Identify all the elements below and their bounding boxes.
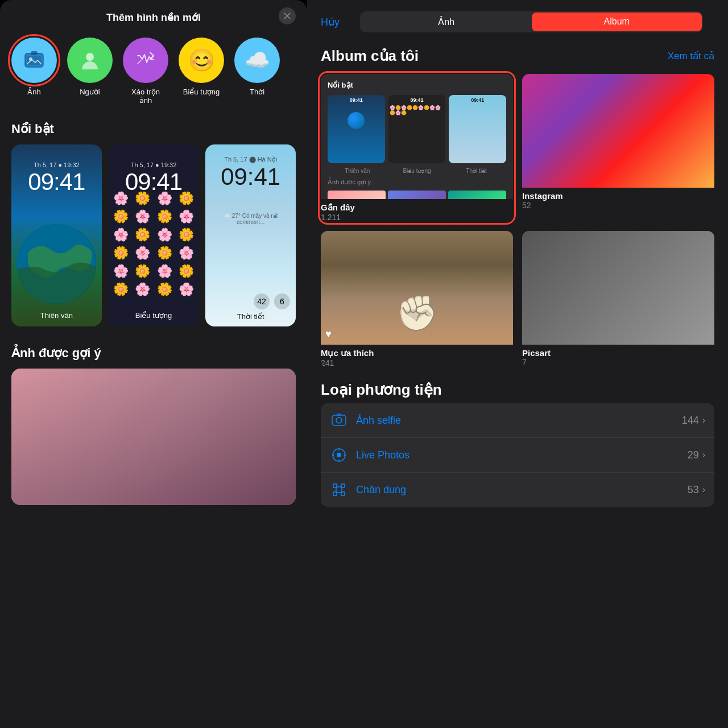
svg-point-4 xyxy=(86,53,94,61)
svg-point-13 xyxy=(333,454,334,456)
category-circle-anh xyxy=(11,38,57,83)
chan-dung-label: Chân dung xyxy=(356,484,688,496)
featured-row: Th 5, 17 ● 19:32 09:41 Thiên văn Th 5, 1… xyxy=(0,144,307,326)
suggested-section-title: Ảnh được gợi ý xyxy=(0,340,307,369)
right-header: Hủy Ảnh Album xyxy=(307,11,728,42)
album-instagram-name: Instagram xyxy=(522,191,714,201)
mini-wp-earth: 09:41 xyxy=(328,95,385,163)
category-label-xao-tron: Xáo trộn ảnh xyxy=(131,88,160,105)
category-circle-xao-tron xyxy=(123,38,168,83)
album-noi-bat[interactable]: Nổi bật 09:41 09:41 🌸🌼🌸🌼🌼🌸🌼🌸🌸🌼🌸🌼 xyxy=(321,74,513,222)
category-label-nguoi: Người xyxy=(80,88,100,96)
selfie-chevron: › xyxy=(702,415,705,425)
album-picsart-count: 7 xyxy=(522,358,714,367)
suggested-row xyxy=(328,191,506,199)
svg-rect-1 xyxy=(27,56,41,65)
mini-wp-flowers: 09:41 🌸🌼🌸🌼🌼🌸🌼🌸🌸🌼🌸🌼 xyxy=(388,95,446,163)
media-type-selfie[interactable]: Ảnh selfie 144 › xyxy=(321,403,714,438)
svg-rect-3 xyxy=(31,51,38,55)
selfie-count: 144 xyxy=(682,415,699,427)
live-photos-chevron: › xyxy=(702,450,705,460)
suggested-image[interactable] xyxy=(11,369,296,505)
category-circle-nguoi xyxy=(67,38,113,83)
category-anh[interactable]: Ảnh xyxy=(11,38,57,105)
svg-point-12 xyxy=(338,460,340,462)
chan-dung-chevron: › xyxy=(702,485,705,495)
my-albums-header: Album của tôi Xem tất cả xyxy=(321,47,714,65)
wallpaper-bieu-tuong[interactable]: Th 5, 17 ● 19:32 09:41 🌸🌼🌸🌼 🌼🌸🌼🌸 🌸🌼🌸🌼 🌼🌸… xyxy=(109,144,199,326)
album-picsart-info: Picsart 7 xyxy=(522,348,714,367)
svg-rect-6 xyxy=(332,415,346,425)
category-label-thoi: Thời xyxy=(250,88,264,96)
heart-icon: ♥ xyxy=(325,328,332,340)
media-type-title: Loại phương tiện xyxy=(321,381,714,399)
album-picsart-name: Picsart xyxy=(522,348,714,358)
album-yeu-thich-thumb: ♥ xyxy=(321,231,513,345)
left-panel: Thêm hình nền mới Ảnh xyxy=(0,0,307,728)
mini-wallpapers: 09:41 09:41 🌸🌼🌸🌼🌼🌸🌼🌸🌸🌼🌸🌼 09:41 xyxy=(328,95,506,163)
noi-bat-label: Nổi bật xyxy=(328,81,506,89)
live-photos-label: Live Photos xyxy=(356,449,688,461)
category-circle-bieu-tuong: 😊 xyxy=(179,38,224,83)
wallpaper-sky-time: Th 5, 17 ⬤ Hà Nội 09:41 xyxy=(205,156,296,191)
svg-point-10 xyxy=(337,453,341,457)
suggested-section: Ảnh được gợi ý xyxy=(0,340,307,505)
selfie-label: Ảnh selfie xyxy=(356,414,682,427)
portrait-icon xyxy=(330,481,348,499)
earth-globe xyxy=(16,224,96,304)
album-noi-bat-count: 1.211 xyxy=(321,213,513,222)
category-row: Ảnh Người Xáo trộn ảnh xyxy=(0,32,307,116)
wallpaper-flowers-time: Th 5, 17 ● 19:32 09:41 xyxy=(109,162,199,196)
svg-point-11 xyxy=(338,449,340,450)
category-label-bieu-tuong: Biểu tượng xyxy=(183,88,220,96)
tab-album[interactable]: Album xyxy=(532,13,702,31)
cancel-button[interactable]: Hủy xyxy=(321,16,340,28)
media-type-section: Loại phương tiện Ảnh selfie 144 › xyxy=(321,381,714,507)
svg-rect-8 xyxy=(337,413,341,416)
my-albums-title: Album của tôi xyxy=(321,47,419,65)
wallpaper-thien-van-label: Thiên văn xyxy=(11,311,102,320)
wallpaper-earth-time: Th 5, 17 ● 19:32 09:41 xyxy=(11,162,102,196)
category-thoi[interactable]: ☁️ Thời xyxy=(234,38,280,105)
close-button[interactable] xyxy=(279,7,296,24)
category-bieu-tuong[interactable]: 😊 Biểu tượng xyxy=(179,38,224,105)
album-picsart[interactable]: Picsart 7 xyxy=(522,231,714,367)
featured-section-title: Nổi bật xyxy=(0,116,307,144)
right-panel: Hủy Ảnh Album Album của tôi Xem tất cả N… xyxy=(307,0,728,728)
right-content: Album của tôi Xem tất cả Nổi bật 09:41 0… xyxy=(307,42,728,728)
album-noi-bat-info: Gần đây 1.211 xyxy=(321,202,513,222)
media-type-list: Ảnh selfie 144 › xyxy=(321,403,714,507)
media-type-chan-dung[interactable]: Chân dung 53 › xyxy=(321,473,714,507)
album-picsart-thumb xyxy=(522,231,714,345)
left-panel-title: Thêm hình nền mới xyxy=(106,11,201,24)
category-label-anh: Ảnh xyxy=(27,88,40,96)
selfie-icon xyxy=(330,411,348,429)
tab-anh[interactable]: Ảnh xyxy=(361,13,532,31)
live-photos-icon xyxy=(330,446,348,464)
tab-group: Ảnh Album xyxy=(360,11,703,32)
wallpaper-thoi-tiet-label: Thời tiết xyxy=(205,312,296,321)
mini-wp-sky: 09:41 xyxy=(449,95,506,163)
category-nguoi[interactable]: Người xyxy=(67,38,113,105)
svg-point-7 xyxy=(336,417,342,423)
album-instagram-info: Instagram 52 xyxy=(522,191,714,210)
album-instagram-count: 52 xyxy=(522,201,714,210)
media-type-live-photos[interactable]: Live Photos 29 › xyxy=(321,438,714,473)
wallpaper-thien-van[interactable]: Th 5, 17 ● 19:32 09:41 Thiên văn xyxy=(11,144,102,326)
album-noi-bat-name: Gần đây xyxy=(321,202,513,213)
left-header: Thêm hình nền mới xyxy=(0,0,307,32)
wallpaper-bieu-tuong-label: Biểu tượng xyxy=(109,311,199,320)
live-photos-count: 29 xyxy=(688,449,699,461)
svg-point-14 xyxy=(344,454,346,456)
album-instagram[interactable]: Instagram 52 xyxy=(522,74,714,222)
album-grid: Nổi bật 09:41 09:41 🌸🌼🌸🌼🌼🌸🌼🌸🌸🌼🌸🌼 xyxy=(321,74,714,367)
category-xao-tron[interactable]: Xáo trộn ảnh xyxy=(123,38,168,105)
chan-dung-count: 53 xyxy=(688,484,699,496)
album-yeu-thich-info: Mục ưa thích 241 xyxy=(321,348,513,367)
album-yeu-thich[interactable]: ♥ Mục ưa thích 241 xyxy=(321,231,513,367)
album-noi-bat-thumb: Nổi bật 09:41 09:41 🌸🌼🌸🌼🌼🌸🌼🌸🌸🌼🌸🌼 xyxy=(321,74,513,199)
album-yeu-thich-count: 241 xyxy=(321,358,513,367)
hand-photo xyxy=(321,231,513,345)
see-all-button[interactable]: Xem tất cả xyxy=(668,50,714,62)
wallpaper-thoi-tiet[interactable]: Th 5, 17 ⬤ Hà Nội 09:41 ☁️ 27° Có mây và… xyxy=(205,144,296,326)
